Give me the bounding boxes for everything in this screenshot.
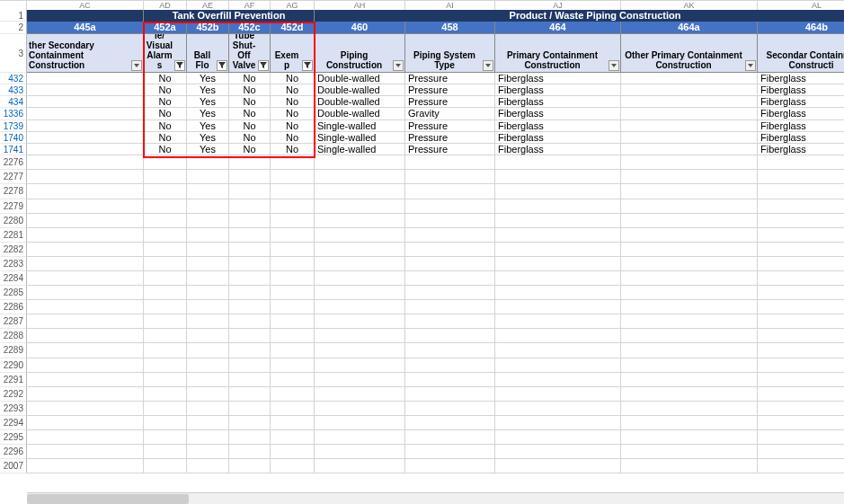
cell[interactable] (229, 343, 271, 358)
row-number[interactable]: 2288 (0, 329, 27, 343)
row-number[interactable]: 2277 (0, 170, 27, 184)
cell[interactable] (621, 373, 758, 387)
cell[interactable] (27, 387, 144, 402)
cell[interactable] (27, 286, 144, 300)
cell[interactable]: Yes (187, 108, 229, 119)
cell[interactable] (495, 199, 621, 214)
row-number[interactable]: 1739 (0, 120, 27, 132)
cell[interactable] (271, 286, 315, 300)
cell[interactable] (405, 228, 495, 243)
cell[interactable] (495, 257, 621, 271)
hdr-464b[interactable]: 464b (758, 22, 844, 33)
cell[interactable] (621, 430, 758, 445)
cell[interactable] (758, 430, 844, 445)
cell[interactable]: No (144, 73, 187, 84)
cell[interactable] (187, 170, 229, 184)
cell[interactable] (495, 430, 621, 445)
cell[interactable] (27, 430, 144, 445)
cell[interactable] (271, 402, 315, 416)
cell[interactable] (495, 329, 621, 343)
row-number[interactable]: 1741 (0, 144, 27, 155)
cell[interactable]: Yes (187, 120, 229, 132)
filter-dropdown-icon[interactable] (393, 60, 404, 71)
cell[interactable] (271, 358, 315, 373)
horizontal-scrollbar[interactable] (27, 492, 844, 504)
col-letter[interactable]: AL (758, 1, 844, 10)
cell[interactable]: No (144, 108, 187, 119)
cell[interactable] (315, 387, 405, 402)
cell[interactable] (315, 358, 405, 373)
cell[interactable] (315, 199, 405, 214)
cell[interactable] (144, 257, 187, 271)
cell[interactable] (405, 459, 495, 473)
cell[interactable] (758, 358, 844, 373)
cell[interactable]: Fiberglass (495, 132, 621, 144)
col-letter[interactable]: AI (405, 1, 495, 10)
cell[interactable] (495, 184, 621, 199)
row-number[interactable]: 2287 (0, 314, 27, 329)
filter-other-primary-containment[interactable]: Other Primary Containment Construction (621, 34, 758, 73)
cell[interactable] (144, 155, 187, 170)
cell[interactable] (495, 170, 621, 184)
cell[interactable] (27, 228, 144, 243)
cell[interactable] (621, 300, 758, 314)
cell[interactable] (27, 170, 144, 184)
cell[interactable] (144, 387, 187, 402)
cell[interactable]: No (144, 84, 187, 96)
cell[interactable] (495, 358, 621, 373)
cell[interactable] (271, 459, 315, 473)
cell[interactable] (758, 387, 844, 402)
filter-ball-float[interactable]: Ball Flo (187, 34, 229, 73)
cell[interactable] (187, 416, 229, 430)
cell[interactable]: Fiberglass (495, 73, 621, 84)
cell[interactable]: Pressure (405, 84, 495, 96)
filter-active-icon[interactable] (302, 60, 313, 71)
cell[interactable] (495, 387, 621, 402)
cell[interactable] (315, 430, 405, 445)
cell[interactable] (621, 228, 758, 243)
cell[interactable] (271, 387, 315, 402)
filter-audible-visual-alarms[interactable]: Audible/ Visual Alarms (144, 34, 187, 73)
cell[interactable]: Yes (187, 84, 229, 96)
row-number[interactable]: 2279 (0, 199, 27, 214)
col-letter[interactable]: AE (187, 1, 229, 10)
cell[interactable] (144, 170, 187, 184)
filter-fill-tube-valve[interactable]: Fill Tube Shut-Off Valve (229, 34, 271, 73)
cell[interactable] (187, 402, 229, 416)
cell[interactable]: Single-walled (315, 144, 405, 155)
cell[interactable] (271, 343, 315, 358)
cell[interactable] (144, 228, 187, 243)
cell[interactable] (27, 214, 144, 228)
cell[interactable] (187, 314, 229, 329)
cell[interactable] (27, 73, 144, 84)
col-letter[interactable]: AF (229, 1, 271, 10)
cell[interactable]: Double-walled (315, 96, 405, 108)
cell[interactable] (495, 228, 621, 243)
hdr-464a[interactable]: 464a (621, 22, 758, 33)
cell[interactable] (405, 343, 495, 358)
hdr-452c[interactable]: 452c (229, 22, 271, 33)
spreadsheet[interactable]: AC AD AE AF AG AH AI AJ AK AL 1 Tank Ove… (0, 0, 844, 504)
cell[interactable] (271, 300, 315, 314)
cell[interactable] (271, 155, 315, 170)
cell[interactable]: Fiberglass (758, 132, 844, 144)
cell[interactable] (229, 155, 271, 170)
row-number[interactable]: 2276 (0, 155, 27, 170)
cell[interactable] (405, 329, 495, 343)
cell[interactable] (187, 459, 229, 473)
cell[interactable] (758, 257, 844, 271)
cell[interactable] (27, 445, 144, 459)
cell[interactable] (315, 170, 405, 184)
cell[interactable] (495, 416, 621, 430)
cell[interactable] (758, 373, 844, 387)
cell[interactable] (144, 445, 187, 459)
cell[interactable] (187, 228, 229, 243)
cell[interactable] (315, 402, 405, 416)
cell[interactable] (758, 271, 844, 286)
cell[interactable] (27, 271, 144, 286)
cell[interactable] (495, 459, 621, 473)
cell[interactable] (187, 387, 229, 402)
header-product-waste[interactable]: Product / Waste Piping Construction (315, 10, 844, 22)
cell[interactable] (621, 445, 758, 459)
cell[interactable] (621, 170, 758, 184)
